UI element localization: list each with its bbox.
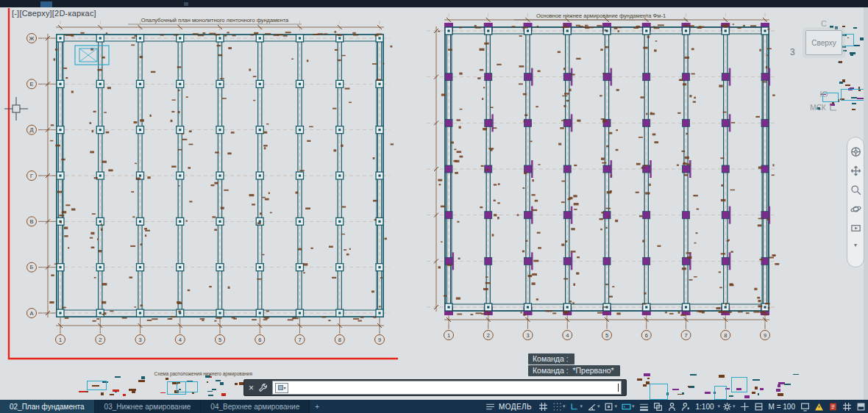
zoom-icon[interactable] xyxy=(850,184,861,195)
drawing-reinforcement-plan[interactable]: 123456789Основное нижнее армирование фун… xyxy=(405,9,786,345)
drawing-mark xyxy=(758,393,760,395)
dynamic-input-toggle[interactable]: ▾ xyxy=(619,400,637,413)
chevron-down-icon[interactable]: ▾ xyxy=(614,403,617,409)
ribbon-tab-stub[interactable] xyxy=(40,1,52,7)
graphics-performance-icon[interactable] xyxy=(798,400,812,413)
object-snap-toggle[interactable]: ▾ xyxy=(602,400,619,413)
chevron-down-icon[interactable]: ▾ xyxy=(563,403,566,409)
model-space-button[interactable]: МОДЕЛЬ xyxy=(499,403,532,411)
settings-gear-icon[interactable]: ▾ xyxy=(720,400,738,413)
corner-panel-icon[interactable] xyxy=(854,400,868,413)
close-icon[interactable]: × xyxy=(249,384,254,392)
layout-preview-icon[interactable] xyxy=(840,400,854,413)
svg-text:Основное нижнее армирование фу: Основное нижнее армирование фундамента Ф… xyxy=(536,12,666,19)
viewcube-face[interactable]: Сверху xyxy=(805,30,842,55)
viewcube[interactable]: С Сверху xyxy=(800,19,847,57)
text-caret xyxy=(618,384,619,392)
drawing-fragment-bottom-right[interactable] xyxy=(631,369,815,401)
polar-tracking-toggle[interactable]: ▾ xyxy=(585,400,602,413)
chevron-down-icon[interactable]: ▾ xyxy=(632,403,635,409)
annotation-scale-button[interactable]: 1:100 xyxy=(696,403,714,411)
drawing-mark xyxy=(115,376,121,378)
drawing-mark xyxy=(854,45,861,46)
chevron-down-icon[interactable]: ▾ xyxy=(580,403,583,409)
chevron-down-icon[interactable]: ▾ xyxy=(597,403,600,409)
drawing-mark xyxy=(705,392,711,394)
drawing-mark xyxy=(845,85,850,86)
svg-text:6: 6 xyxy=(258,337,261,343)
ortho-mode-toggle[interactable]: ▾ xyxy=(567,400,585,413)
wrench-icon[interactable] xyxy=(258,383,268,392)
steering-wheel-icon[interactable] xyxy=(850,146,861,157)
drawing-mark xyxy=(729,395,734,397)
drawing-mark xyxy=(778,384,780,387)
drawing-fragment-bottom-left[interactable]: Схема расположения нижнего армирования xyxy=(70,371,254,401)
drawing-mark xyxy=(753,379,759,381)
drawing-mark xyxy=(205,376,210,378)
navbar-more-icon[interactable]: ▾ xyxy=(854,242,857,248)
viewcube-south-label[interactable]: Ю xyxy=(800,90,847,98)
orbit-icon[interactable] xyxy=(850,204,861,215)
drawing-mark xyxy=(101,392,104,395)
navigation-bar: ▾ xyxy=(847,137,864,267)
drawing-mark xyxy=(220,382,224,385)
annotation-visibility-toggle[interactable] xyxy=(665,400,679,413)
svg-text:1: 1 xyxy=(59,337,62,343)
selection-cycling-toggle[interactable] xyxy=(651,400,665,413)
snap-mode-toggle[interactable]: ▾ xyxy=(550,400,568,413)
grid-display-toggle[interactable] xyxy=(536,400,550,413)
svg-text:А: А xyxy=(29,310,33,317)
show-motion-icon[interactable] xyxy=(850,223,861,234)
svg-text:В: В xyxy=(29,218,33,225)
svg-text:6: 6 xyxy=(645,332,648,339)
drawing-mark xyxy=(688,386,691,388)
drawing-mark xyxy=(138,380,145,382)
drawing-outline xyxy=(731,377,747,392)
pan-icon[interactable] xyxy=(850,165,861,176)
drawing-mark xyxy=(839,82,843,84)
chevron-down-icon[interactable]: ▾ xyxy=(733,403,736,409)
drawing-tab-verhnee-armirovanie[interactable]: 04_Верхнее армирование xyxy=(201,400,310,413)
command-history-line: Команда : xyxy=(528,353,574,364)
drawing-outline xyxy=(714,386,727,400)
viewport-controls[interactable]: [-][Сверху][2D-каркас] xyxy=(12,9,96,18)
drawing-tab-plan-fundamenta[interactable]: 02_План фундамента xyxy=(0,400,95,413)
svg-text:Е: Е xyxy=(29,81,33,87)
new-tab-button[interactable]: + xyxy=(310,400,324,413)
autoscale-toggle[interactable] xyxy=(679,400,693,413)
command-input[interactable]: ▾ xyxy=(272,381,622,395)
quickview-layouts-icon[interactable] xyxy=(483,400,497,413)
drawing-mark xyxy=(141,376,145,379)
command-history-line: Команда : *Прервано* xyxy=(528,365,620,376)
notification-icon[interactable] xyxy=(826,400,840,413)
drawing-mark xyxy=(852,103,855,104)
drawing-mark xyxy=(760,388,764,390)
clean-screen-toggle[interactable] xyxy=(738,400,752,413)
svg-text:5: 5 xyxy=(218,337,221,343)
svg-text:Ж: Ж xyxy=(29,35,35,42)
ucs-indicator[interactable]: МСК xyxy=(802,103,846,112)
units-icon[interactable] xyxy=(752,400,766,413)
svg-text:Г: Г xyxy=(30,173,33,179)
drawing-mark xyxy=(778,393,783,396)
drawing-tab-nizhnee-armirovanie[interactable]: 03_Нижнее армирование xyxy=(95,400,202,413)
drawing-mark xyxy=(166,378,168,380)
drawing-mark xyxy=(79,391,86,392)
chevron-down-icon: ▾ xyxy=(284,385,286,390)
svg-text:3: 3 xyxy=(138,337,141,343)
axis-bubble-stray-label: 3 xyxy=(790,47,795,57)
drawing-mark xyxy=(132,391,135,393)
viewcube-north-label[interactable]: С xyxy=(800,19,847,28)
cad-application-window: [-][Сверху][2D-каркас] 123456789ЖЕДГВБАО… xyxy=(0,0,868,413)
drawing-mark xyxy=(644,373,651,376)
drawing-mark xyxy=(647,378,650,379)
command-combo-icon[interactable]: ▾ xyxy=(275,383,288,393)
drawing-mark xyxy=(672,389,680,390)
command-text-field[interactable] xyxy=(288,382,615,393)
lineweight-toggle[interactable] xyxy=(637,400,651,413)
drawing-mark xyxy=(853,27,857,29)
warning-icon[interactable] xyxy=(812,400,826,413)
drawing-formwork-plan[interactable]: 123456789ЖЕДГВБАОпалубочный план монолит… xyxy=(21,13,397,350)
drawing-mark xyxy=(838,62,840,63)
drawing-mark xyxy=(776,389,781,392)
